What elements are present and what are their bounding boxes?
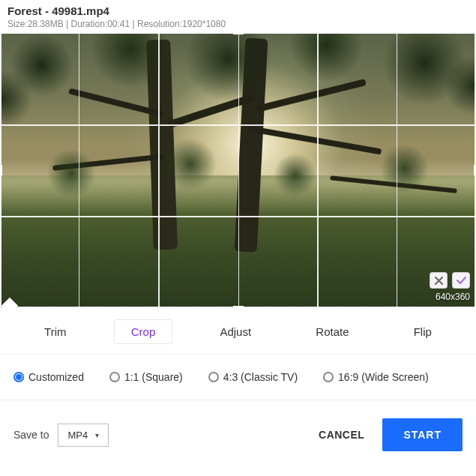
tab-flip[interactable]: Flip — [397, 320, 448, 343]
tab-trim[interactable]: Trim — [28, 320, 82, 343]
crop-confirm-icon[interactable] — [452, 272, 470, 289]
aspect-option-4-3[interactable]: 4:3 (Classic TV) — [208, 371, 298, 383]
video-frame — [0, 32, 476, 308]
radio-icon — [323, 372, 334, 382]
file-header: Forest - 49981.mp4 Size:28.38MB | Durati… — [0, 0, 476, 32]
file-title: Forest - 49981.mp4 — [7, 4, 469, 17]
aspect-option-label: 1:1 (Square) — [124, 371, 183, 383]
format-select[interactable]: MP4 ▾ — [58, 424, 109, 447]
aspect-option-16-9[interactable]: 16:9 (Wide Screen) — [323, 371, 429, 383]
video-preview[interactable]: 640x360 — [0, 32, 476, 308]
radio-icon — [13, 372, 24, 382]
edit-tabs: Trim Crop Adjust Rotate Flip — [0, 308, 476, 355]
start-button[interactable]: START — [382, 418, 463, 451]
radio-icon — [208, 372, 219, 382]
file-meta: Size:28.38MB | Duration:00:41 | Resoluti… — [7, 19, 469, 29]
save-to-label: Save to — [13, 429, 49, 441]
aspect-option-label: 16:9 (Wide Screen) — [338, 371, 429, 383]
tab-adjust[interactable]: Adjust — [203, 320, 268, 343]
crop-cancel-icon[interactable] — [430, 272, 448, 289]
aspect-option-customized[interactable]: Customized — [13, 371, 84, 383]
radio-icon — [109, 372, 120, 382]
aspect-option-label: Customized — [28, 371, 84, 383]
crop-aspect-options: Customized 1:1 (Square) 4:3 (Classic TV)… — [0, 355, 476, 400]
cancel-button[interactable]: CANCEL — [319, 429, 364, 441]
aspect-option-1-1[interactable]: 1:1 (Square) — [109, 371, 183, 383]
aspect-option-label: 4:3 (Classic TV) — [223, 371, 298, 383]
chevron-down-icon: ▾ — [95, 431, 99, 439]
crop-dimensions-label: 640x360 — [436, 292, 470, 302]
tab-rotate[interactable]: Rotate — [299, 320, 365, 343]
format-value: MP4 — [67, 430, 88, 441]
footer-bar: Save to MP4 ▾ CANCEL START — [0, 400, 476, 469]
tab-crop[interactable]: Crop — [115, 320, 172, 343]
